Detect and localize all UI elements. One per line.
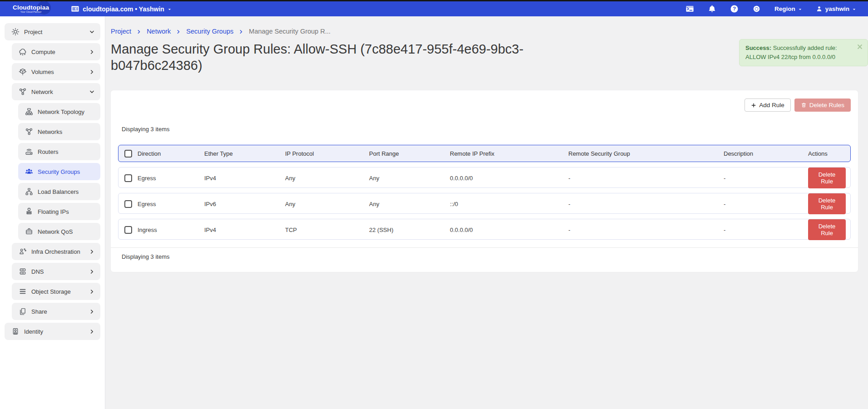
items-count-top: Displaying 3 items [122,126,851,133]
app-topbar: Cloudtopiaa Your Cloud Partner cloudtopi… [0,1,868,16]
breadcrumb: ProjectNetworkSecurity GroupsManage Secu… [111,16,858,35]
cell-description: - [724,227,808,233]
cell-ether-type: IPv4 [204,175,285,182]
sidebar-item-project[interactable]: Project [5,23,100,40]
main-content: Success: Successfully added rule: ALLOW … [105,16,868,409]
sidebar-item-label: Floating IPs [38,208,69,215]
sidebar-item-label: Compute [31,49,55,55]
floating-ips-icon [25,207,33,216]
chevron-down-icon [89,89,95,95]
sidebar-item-identity[interactable]: Identity [5,323,100,340]
sidebar-item-infra-orchestration[interactable]: Infra Orchestration [12,243,100,260]
cell-remote-security-group: - [568,227,724,233]
chevron-down-icon [852,7,856,11]
sidebar-item-label: Load Balancers [38,188,79,195]
rules-card: Add Rule Delete Rules Displaying 3 items… [111,90,858,272]
brand-tagline: Your Cloud Partner [13,11,49,14]
cell-port-range: Any [369,175,450,182]
breadcrumb-link-security-groups[interactable]: Security Groups [186,28,233,35]
sidebar-item-volumes[interactable]: Volumes [12,63,100,80]
gear-icon[interactable] [752,5,761,13]
breadcrumb-link-network[interactable]: Network [147,28,171,35]
trash-icon [801,102,807,108]
chevron-right-icon [89,249,95,255]
delete-rule-button[interactable]: Delete Rule [808,168,846,188]
chevron-right-icon [89,289,95,295]
brand-title: Cloudtopiaa [13,5,49,11]
sidebar-item-label: Share [31,308,47,315]
delete-rule-button[interactable]: Delete Rule [808,193,846,214]
window-icon [71,5,79,13]
sidebar-item-floating-ips[interactable]: Floating IPs [18,203,100,220]
sidebar-item-network[interactable]: Network [12,83,100,100]
sidebar-item-networks[interactable]: Networks [18,123,100,140]
sidebar-item-label: Network Topology [38,108,84,115]
region-menu[interactable]: Region [774,5,802,12]
volumes-icon [19,68,27,76]
cell-remote-security-group: - [568,201,724,207]
row-checkbox[interactable] [124,174,132,182]
sidebar-item-label: Routers [38,148,59,155]
sidebar-item-label: DNS [31,268,44,275]
cell-ip-protocol: Any [285,201,369,207]
chevron-right-icon [176,29,181,34]
cell-remote-ip-prefix: 0.0.0.0/0 [450,175,568,182]
select-all-checkbox[interactable] [124,150,132,158]
column-header-direction: Direction [138,150,204,157]
sidebar-item-label: Identity [24,328,43,335]
user-menu[interactable]: yashwin [816,5,856,12]
share-icon [19,307,27,315]
network-topology-icon [25,108,33,116]
sidebar-item-load-balancers[interactable]: Load Balancers [18,183,100,200]
breadcrumb-link-project[interactable]: Project [111,28,131,35]
sidebar-item-compute[interactable]: Compute [12,43,100,60]
column-header-remote-ip-prefix: Remote IP Prefix [450,150,568,157]
sidebar-item-label: Security Groups [38,168,80,175]
toast-title: Success: [745,44,771,51]
toast-message-line1: Successfully added rule: [771,44,837,51]
cell-ip-protocol: Any [285,175,369,182]
sidebar-item-label: Infra Orchestration [31,248,80,255]
sidebar-item-share[interactable]: Share [12,303,100,320]
chevron-down-icon [168,7,172,11]
cell-remote-security-group: - [568,175,724,182]
delete-rules-button[interactable]: Delete Rules [794,99,851,112]
bell-icon[interactable] [708,5,716,13]
terminal-icon[interactable] [686,5,694,13]
sidebar-item-routers[interactable]: Routers [18,143,100,160]
chevron-right-icon [89,269,95,275]
add-rule-button[interactable]: Add Rule [745,99,791,112]
domain-project-label: cloudtopiaa.com • Yashwin [83,5,164,13]
delete-rules-label: Delete Rules [809,102,844,108]
sidebar-item-network-qos[interactable]: Network QoS [18,223,100,240]
cell-direction: Ingress [138,227,204,233]
chevron-right-icon [89,329,95,335]
chevron-right-icon [238,29,244,34]
sidebar-item-security-groups[interactable]: Security Groups [18,163,100,180]
page-title: Manage Security Group Rules: Allow-SSH (… [111,41,592,74]
sidebar-item-dns[interactable]: DNS [12,263,100,280]
brand-logo[interactable]: Cloudtopiaa Your Cloud Partner [13,5,49,14]
column-header-port-range: Port Range [369,150,450,157]
cell-remote-ip-prefix: 0.0.0.0/0 [450,227,568,233]
delete-rule-button[interactable]: Delete Rule [808,219,846,240]
cell-port-range: 22 (SSH) [369,227,450,233]
sidebar-item-label: Object Storage [31,288,71,295]
region-label: Region [774,5,795,12]
breadcrumb-current: Manage Security Group R... [249,28,330,35]
help-icon[interactable]: ? [730,5,739,13]
rules-toolbar: Add Rule Delete Rules [118,99,851,112]
chevron-right-icon [89,309,95,315]
sidebar-nav: ProjectComputeVolumesNetworkNetwork Topo… [0,16,105,409]
sidebar-item-network-topology[interactable]: Network Topology [18,103,100,120]
close-icon[interactable] [857,44,863,50]
items-count-bottom: Displaying 3 items [122,253,851,260]
sidebar-item-object-storage[interactable]: Object Storage [12,283,100,300]
network-qos-icon [25,227,33,236]
rules-table-body: EgressIPv4AnyAny0.0.0.0/0--Delete RuleEg… [118,167,851,240]
network-icon [19,88,27,96]
domain-project-switcher[interactable]: cloudtopiaa.com • Yashwin [71,5,172,13]
cell-ether-type: IPv4 [204,227,285,233]
row-checkbox[interactable] [124,200,132,208]
row-checkbox[interactable] [124,226,132,234]
